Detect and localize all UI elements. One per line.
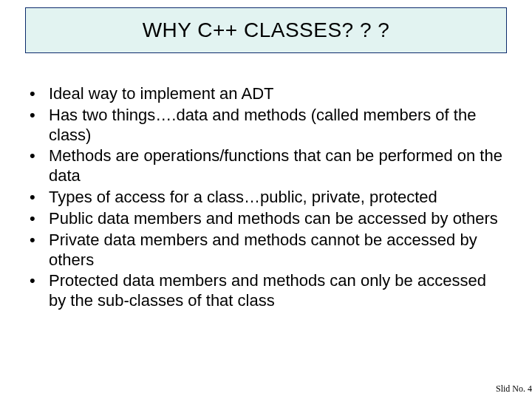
slide: WHY C++ CLASSES? ? ? Ideal way to implem… — [0, 0, 532, 399]
list-item: Protected data members and methods can o… — [25, 271, 507, 311]
list-item: Has two things….data and methods (called… — [25, 106, 507, 146]
title-box: WHY C++ CLASSES? ? ? — [25, 7, 507, 53]
slide-number: Slid No. 4 — [496, 383, 532, 395]
bullet-list: Ideal way to implement an ADT Has two th… — [25, 84, 507, 311]
list-item: Public data members and methods can be a… — [25, 209, 507, 229]
list-item: Private data members and methods cannot … — [25, 231, 507, 270]
list-item: Ideal way to implement an ADT — [25, 84, 507, 104]
list-item: Types of access for a class…public, priv… — [25, 188, 507, 208]
list-item: Methods are operations/functions that ca… — [25, 146, 507, 186]
slide-body: Ideal way to implement an ADT Has two th… — [25, 84, 507, 313]
slide-title: WHY C++ CLASSES? ? ? — [143, 18, 390, 42]
